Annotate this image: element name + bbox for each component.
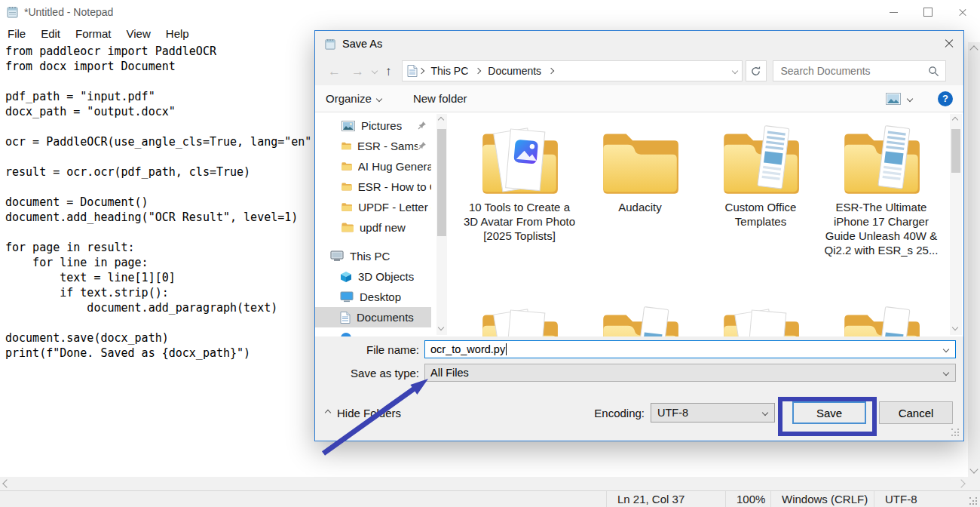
file-list: 10 Tools to Create a 3D Avatar From Phot…	[451, 112, 948, 336]
status-line-ending: Windows (CRLF)	[770, 491, 874, 507]
sidebar-item-documents[interactable]: Documents	[315, 307, 431, 327]
notepad-titlebar: *Untitled - Notepad	[0, 0, 980, 24]
view-mode-button[interactable]	[886, 93, 901, 105]
menu-file[interactable]: File	[0, 27, 33, 40]
breadcrumb-separator-icon	[418, 68, 424, 74]
sidebar-item-updf-letter[interactable]: UPDF - Letter of	[315, 197, 431, 217]
file-item-partial[interactable]	[703, 301, 818, 336]
breadcrumb: This PC Documents	[402, 60, 743, 81]
folder-icon	[341, 202, 352, 212]
cube-icon	[340, 271, 352, 283]
search-field[interactable]	[773, 60, 946, 81]
sidebar-item-pictures[interactable]: Pictures	[315, 115, 431, 136]
sidebar-scrollbar[interactable]	[436, 114, 447, 335]
file-item-custom-office-templates[interactable]: Custom Office Templates	[703, 120, 818, 257]
sidebar-item-partial[interactable]	[315, 327, 431, 336]
up-icon[interactable]: ↑	[385, 65, 392, 78]
new-folder-button[interactable]: New folder	[413, 92, 467, 105]
breadcrumb-separator-icon	[548, 68, 554, 74]
sidebar-item-this-pc[interactable]: This PC	[315, 246, 431, 266]
file-name-dropdown-icon[interactable]	[943, 346, 949, 352]
dialog-close-button[interactable]	[944, 38, 954, 49]
file-item-partial[interactable]	[824, 301, 939, 336]
minimize-icon	[890, 12, 898, 13]
sidebar-item-esr-how-to[interactable]: ESR - How to Ch	[315, 177, 431, 197]
scroll-right-icon[interactable]	[957, 479, 965, 487]
back-icon[interactable]: ←	[328, 65, 341, 78]
pin-icon	[418, 119, 427, 132]
notepad-horizontal-scrollbar[interactable]	[0, 477, 968, 490]
file-name-input[interactable]: ocr_to_word.py	[424, 340, 956, 358]
scroll-left-icon[interactable]	[2, 479, 11, 487]
location-icon	[407, 65, 418, 77]
scroll-up-icon[interactable]	[438, 117, 444, 123]
folder-icon	[341, 161, 352, 171]
maximize-button[interactable]	[911, 0, 945, 24]
scrollbar-thumb[interactable]	[437, 129, 446, 236]
encoding-dropdown[interactable]: UTF-8	[651, 403, 775, 422]
file-list-scrollbar[interactable]	[950, 114, 962, 335]
scroll-down-icon[interactable]	[969, 465, 978, 473]
breadcrumb-this-pc[interactable]: This PC	[425, 65, 475, 77]
notepad-status-bar: Ln 21, Col 37 100% Windows (CRLF) UTF-8	[0, 490, 980, 507]
sidebar-item-3d-objects[interactable]: 3D Objects	[315, 266, 431, 287]
dialog-toolbar: Organize New folder ?	[315, 85, 963, 112]
file-item-label: Custom Office Templates	[703, 200, 818, 229]
folder-with-document-icon	[721, 120, 800, 195]
breadcrumb-documents[interactable]: Documents	[482, 65, 547, 77]
file-name-value: ocr_to_word.py	[430, 343, 505, 355]
folder-plain-icon	[601, 120, 679, 195]
sidebar-item-esr-samsun[interactable]: ESR - Samsun	[315, 136, 431, 156]
scroll-up-icon[interactable]	[952, 117, 958, 123]
scroll-down-icon[interactable]	[952, 324, 958, 330]
file-row-partial	[462, 301, 945, 336]
refresh-icon	[750, 66, 761, 77]
sidebar-item-ai-hug-generator[interactable]: AI Hug Generato	[315, 156, 431, 177]
cancel-button[interactable]: Cancel	[879, 401, 953, 424]
resize-grip[interactable]	[969, 497, 978, 506]
file-item-audacity[interactable]: Audacity	[583, 120, 697, 257]
file-item-partial[interactable]	[583, 301, 697, 336]
file-name-label: File name:	[315, 343, 419, 356]
menu-help[interactable]: Help	[158, 27, 197, 40]
encoding-label: Encoding:	[594, 407, 645, 419]
window-title: *Untitled - Notepad	[24, 6, 113, 18]
downloads-icon	[340, 332, 352, 337]
help-button[interactable]: ?	[938, 91, 953, 106]
forward-icon[interactable]: →	[351, 65, 364, 78]
sidebar-item-updf-new[interactable]: updf new	[315, 217, 431, 238]
file-item-avatar-folder[interactable]: 10 Tools to Create a 3D Avatar From Phot…	[462, 120, 577, 257]
save-type-dropdown-icon[interactable]	[943, 370, 949, 376]
status-cursor-position: Ln 21, Col 37	[606, 491, 725, 507]
menu-edit[interactable]: Edit	[33, 27, 68, 40]
address-dropdown-icon[interactable]	[731, 68, 737, 74]
file-name-row: File name: ocr_to_word.py	[315, 338, 963, 361]
notepad-vertical-scrollbar[interactable]	[968, 42, 980, 477]
sidebar-item-desktop[interactable]: Desktop	[315, 287, 431, 307]
text-caret	[506, 343, 507, 355]
menu-view[interactable]: View	[119, 27, 158, 40]
recent-locations-icon[interactable]	[372, 68, 378, 74]
dialog-navigation-bar: ← → ↑ This PC Documents	[315, 57, 963, 85]
search-input[interactable]	[779, 64, 928, 78]
menu-format[interactable]: Format	[68, 27, 119, 40]
minimize-button[interactable]	[876, 0, 911, 24]
dialog-body: Pictures ESR - Samsun AI Hug Generato ES…	[315, 112, 963, 336]
pc-icon	[330, 250, 344, 262]
dialog-title: Save As	[342, 38, 382, 50]
status-zoom-level: 100%	[725, 491, 770, 507]
view-mode-dropdown-icon[interactable]	[907, 95, 913, 101]
file-item-esr-guide[interactable]: ESR-The Ultimate iPhone 17 Charger Guide…	[824, 120, 939, 257]
scroll-down-icon[interactable]	[438, 324, 444, 330]
organize-button[interactable]: Organize	[326, 92, 381, 105]
close-button[interactable]	[945, 0, 980, 24]
dialog-app-icon	[324, 38, 337, 51]
refresh-button[interactable]	[746, 60, 767, 81]
view-mode-icon	[886, 93, 901, 105]
scrollbar-thumb[interactable]	[951, 129, 960, 173]
encoding-dropdown-icon[interactable]	[762, 410, 768, 416]
file-item-partial[interactable]	[462, 301, 577, 336]
save-type-dropdown[interactable]: All Files	[424, 364, 956, 382]
scroll-up-icon[interactable]	[969, 45, 978, 54]
dialog-resize-grip[interactable]	[951, 429, 960, 438]
